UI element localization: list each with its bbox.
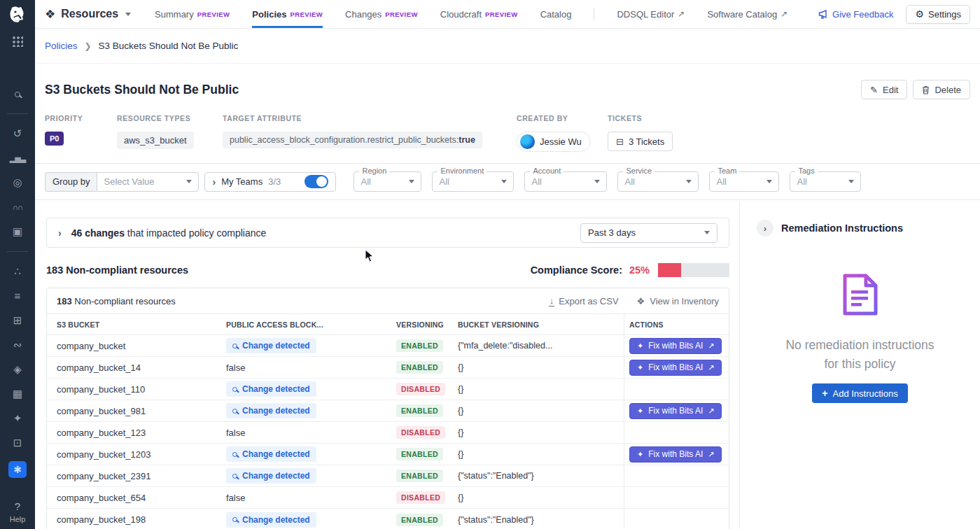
group-by-placeholder: Select Value: [104, 176, 154, 187]
tab-cloudcraft[interactable]: CloudcraftPREVIEW: [440, 0, 518, 28]
change-detected-link[interactable]: Change detected: [226, 403, 316, 418]
apps-grid-icon[interactable]: [13, 36, 23, 47]
group-by-select[interactable]: Select Value: [97, 172, 199, 192]
tab-software-catalog[interactable]: Software Catalog↗: [707, 0, 788, 28]
external-link-icon: ↗: [780, 9, 788, 19]
sidebar-apm-binoculars-icon[interactable]: ∩∩: [8, 201, 27, 213]
sidebar-integrations-icon[interactable]: ▦: [8, 388, 27, 400]
download-icon: ↓: [550, 297, 554, 304]
edit-label: Edit: [883, 85, 898, 95]
sidebar-history-icon[interactable]: ↺: [8, 127, 27, 140]
fix-with-bits-ai-button[interactable]: ✦Fix with Bits AI↗: [629, 360, 722, 376]
sidebar-search-icon[interactable]: [8, 87, 27, 100]
edit-button[interactable]: ✎ Edit: [861, 80, 907, 99]
time-range-select[interactable]: Past 3 days: [580, 223, 718, 243]
bucket-name: company_bucket_123: [57, 428, 226, 438]
tab-summary[interactable]: SummaryPREVIEW: [155, 0, 230, 28]
sparkle-icon: ✦: [637, 450, 643, 459]
tab-ddsql-editor[interactable]: DDSQL Editor↗: [617, 0, 685, 28]
tab-catalog[interactable]: Catalog: [540, 0, 572, 28]
app-switcher[interactable]: ❖ Resources: [35, 7, 131, 22]
table-row[interactable]: company_bucketChange detectedENABLED{"mf…: [47, 335, 729, 357]
table-row[interactable]: company_bucket_654falseDISABLED{}: [47, 487, 729, 509]
bucket-name: company_bucket_981: [57, 406, 226, 416]
versioning-badge: DISABLED: [396, 383, 445, 395]
table-row[interactable]: company_bucket_14falseENABLED{}✦Fix with…: [47, 357, 729, 379]
filter-region-select[interactable]: RegionAll: [354, 171, 421, 192]
sidebar-service-map-icon[interactable]: ∴: [8, 265, 27, 278]
sidebar-logs-filter-icon[interactable]: ≡: [8, 290, 27, 302]
expand-chevron-icon[interactable]: ›: [58, 227, 62, 239]
table-row[interactable]: company_bucket_1203Change detectedENABLE…: [47, 444, 729, 465]
breadcrumb-current: S3 Buckets Should Not Be Public: [99, 41, 239, 51]
filter-label: Region: [359, 167, 389, 175]
bucket-versioning-value: {}: [458, 362, 624, 372]
table-header-bar: 183 Non-compliant resources ↓ Export as …: [47, 288, 729, 314]
table-row[interactable]: company_bucket_981Change detectedENABLED…: [47, 400, 729, 422]
sidebar-workflows-icon[interactable]: ⊡: [8, 437, 27, 449]
datadog-logo-icon[interactable]: [6, 4, 29, 27]
change-detected-link[interactable]: Change detected: [226, 512, 316, 528]
sidebar-infrastructure-icon[interactable]: ▣: [8, 225, 27, 238]
filter-service-select[interactable]: ServiceAll: [617, 171, 699, 192]
fix-with-bits-ai-button[interactable]: ✦Fix with Bits AI↗: [629, 338, 722, 354]
export-csv-button[interactable]: ↓ Export as CSV: [550, 296, 619, 306]
magnifier-icon: [232, 409, 237, 414]
add-instructions-button[interactable]: + Add Instructions: [812, 383, 907, 403]
magnifier-icon: [232, 517, 237, 522]
delete-button[interactable]: Delete: [913, 80, 970, 99]
sidebar-dashboards-icon[interactable]: ⊞: [8, 314, 27, 327]
pencil-icon: ✎: [870, 85, 878, 95]
collapse-chevron-icon[interactable]: ›: [757, 220, 774, 237]
chevron-down-icon: [186, 180, 192, 183]
tab-changes[interactable]: ChangesPREVIEW: [345, 0, 418, 28]
priority-badge: P0: [45, 132, 64, 146]
versioning-badge: ENABLED: [396, 470, 443, 482]
table-row[interactable]: company_bucket_110Change detectedDISABLE…: [47, 379, 729, 400]
sidebar-watchdog-icon[interactable]: ◎: [8, 176, 27, 189]
filter-account-select[interactable]: AccountAll: [524, 171, 607, 192]
tickets-button[interactable]: ⊟ 3 Tickets: [608, 132, 673, 151]
tab-policies[interactable]: PoliciesPREVIEW: [252, 0, 323, 28]
view-in-inventory-label: View in Inventory: [650, 296, 719, 306]
sparkle-icon: ✦: [637, 407, 643, 416]
created-by-user[interactable]: Jessie Wu: [517, 132, 591, 152]
change-detected-link[interactable]: Change detected: [226, 468, 316, 484]
bucket-name: company_bucket_110: [57, 384, 226, 395]
fix-with-bits-ai-button[interactable]: ✦Fix with Bits AI↗: [629, 403, 722, 419]
settings-button[interactable]: ⚙ Settings: [906, 5, 970, 24]
table-row[interactable]: company_bucket_2391Change detectedENABLE…: [47, 465, 729, 487]
resource-type-pill: aws_s3_bucket: [117, 132, 194, 149]
filter-tags-select[interactable]: TagsAll: [790, 171, 861, 192]
column-header: S3 BUCKET: [57, 320, 226, 329]
change-detected-link[interactable]: Change detected: [226, 338, 316, 353]
my-teams-label: My Teams: [221, 176, 262, 187]
chevron-down-icon: [848, 180, 854, 183]
view-in-inventory-button[interactable]: ❖ View in Inventory: [637, 296, 719, 306]
table-row[interactable]: company_bucket_123falseDISABLED{}: [47, 422, 729, 444]
filter-environment-select[interactable]: EnvironmentAll: [432, 171, 514, 192]
remediation-panel: › Remediation Instructions No remediatio…: [739, 201, 980, 529]
bucket-versioning-value: {"mfa_delete:"disabled...: [458, 341, 624, 351]
breadcrumb-policies-link[interactable]: Policies: [45, 41, 78, 51]
nav-tabs: SummaryPREVIEWPoliciesPREVIEWChangesPREV…: [155, 0, 788, 28]
help-button[interactable]: ? Help: [0, 500, 35, 523]
remediation-empty-state: No remediation instructions for this pol…: [740, 237, 980, 403]
change-detected-link[interactable]: Change detected: [226, 446, 316, 462]
sidebar-synthetics-icon[interactable]: ∾: [8, 339, 27, 351]
sidebar-divider: [7, 251, 28, 252]
sidebar-metrics-icon[interactable]: ▂▅▃: [8, 152, 27, 164]
tab-label: Software Catalog: [707, 9, 777, 20]
target-attribute-label: TARGET ATTRIBUTE: [223, 114, 517, 122]
my-teams-filter[interactable]: › My Teams 3/3: [204, 172, 336, 192]
fix-with-bits-ai-button[interactable]: ✦Fix with Bits AI↗: [629, 446, 722, 463]
my-teams-toggle[interactable]: [304, 175, 328, 188]
noncompliant-heading: 183 Non-compliant resources: [46, 264, 188, 276]
sidebar-resources-active-icon[interactable]: ✱: [8, 461, 27, 478]
give-feedback-button[interactable]: Give Feedback: [818, 9, 893, 20]
filter-team-select[interactable]: TeamAll: [709, 171, 779, 192]
sidebar-bits-ai-sparkle-icon[interactable]: ✦: [8, 412, 27, 425]
change-detected-link[interactable]: Change detected: [226, 381, 316, 397]
sidebar-security-shield-icon[interactable]: ◈: [8, 363, 27, 376]
table-row[interactable]: company_bucket_198Change detectedENABLED…: [47, 509, 729, 529]
